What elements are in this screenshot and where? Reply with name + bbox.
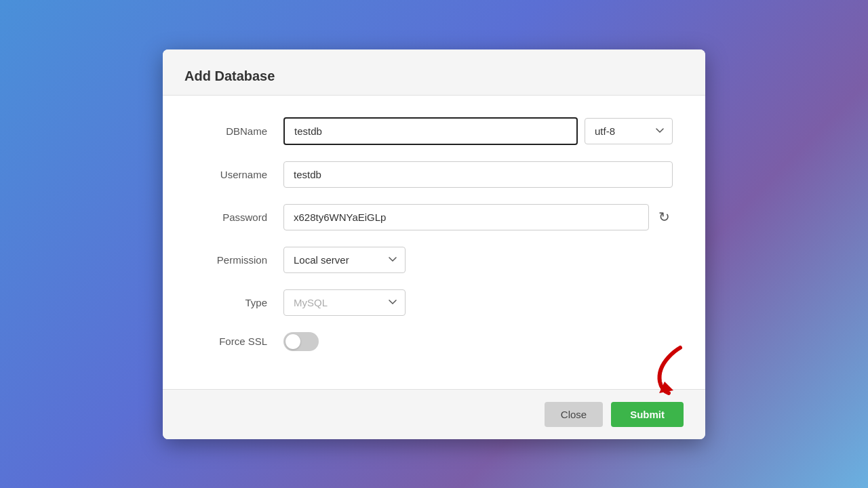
dbname-input[interactable]	[283, 117, 578, 145]
username-control	[283, 161, 673, 188]
password-control: ↻	[283, 204, 673, 230]
password-label: Password	[195, 211, 283, 223]
username-row: Username	[195, 161, 673, 188]
refresh-password-button[interactable]: ↻	[656, 206, 673, 228]
permission-select[interactable]: Local server All hosts Custom	[283, 247, 406, 273]
toggle-slider	[283, 332, 319, 351]
permission-row: Permission Local server All hosts Custom	[195, 247, 673, 273]
permission-label: Permission	[195, 254, 283, 266]
dialog-body: DBName utf-8 latin1 utf8mb4 Username Pas…	[163, 96, 705, 389]
close-button[interactable]: Close	[545, 402, 603, 427]
add-database-dialog: Add Database DBName utf-8 latin1 utf8mb4…	[163, 49, 705, 439]
force-ssl-label: Force SSL	[195, 336, 283, 347]
dialog-title: Add Database	[184, 68, 684, 84]
submit-button[interactable]: Submit	[611, 402, 684, 427]
dbname-label: DBName	[195, 125, 283, 137]
dbname-row: DBName utf-8 latin1 utf8mb4	[195, 117, 673, 145]
type-control: MySQL PostgreSQL SQLite	[283, 289, 673, 316]
permission-control: Local server All hosts Custom	[283, 247, 673, 273]
force-ssl-toggle[interactable]	[283, 332, 319, 351]
type-row: Type MySQL PostgreSQL SQLite	[195, 289, 673, 316]
username-input[interactable]	[283, 161, 673, 188]
dialog-header: Add Database	[163, 49, 705, 96]
password-row: Password ↻	[195, 204, 673, 230]
dialog-footer: Close Submit	[163, 389, 705, 439]
force-ssl-row: Force SSL	[195, 332, 673, 351]
password-input[interactable]	[283, 204, 649, 230]
force-ssl-control	[283, 332, 673, 351]
charset-select[interactable]: utf-8 latin1 utf8mb4	[585, 118, 673, 144]
type-select[interactable]: MySQL PostgreSQL SQLite	[283, 289, 406, 316]
dbname-control: utf-8 latin1 utf8mb4	[283, 117, 673, 145]
username-label: Username	[195, 169, 283, 180]
type-label: Type	[195, 297, 283, 308]
